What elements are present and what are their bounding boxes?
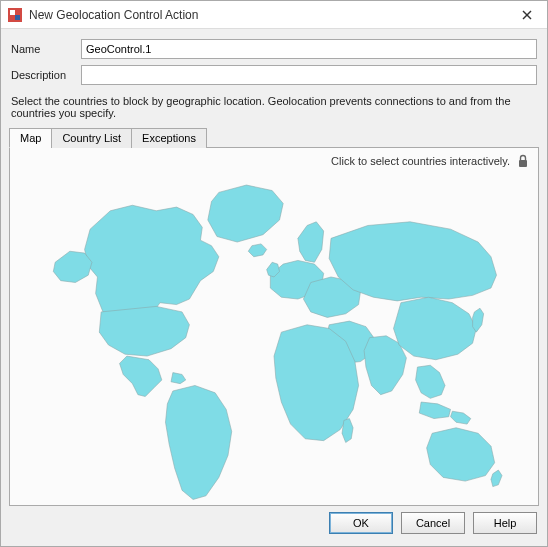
help-button[interactable]: Help xyxy=(473,512,537,534)
tab-exceptions[interactable]: Exceptions xyxy=(131,128,207,148)
tabbar: Map Country List Exceptions xyxy=(9,128,539,148)
description-input[interactable] xyxy=(81,65,537,85)
svg-rect-5 xyxy=(519,160,527,167)
name-row: Name xyxy=(11,39,537,59)
form-area: Name Description xyxy=(1,29,547,95)
tab-content-map: Click to select countries interactively. xyxy=(9,147,539,506)
dialog-window: New Geolocation Control Action Name Desc… xyxy=(0,0,548,547)
tab-map[interactable]: Map xyxy=(9,128,52,148)
svg-rect-2 xyxy=(15,15,20,20)
close-button[interactable] xyxy=(513,5,541,25)
name-label: Name xyxy=(11,43,81,55)
tabs-container: Map Country List Exceptions Click to sel… xyxy=(1,127,547,506)
window-title: New Geolocation Control Action xyxy=(29,8,513,22)
tab-country-list[interactable]: Country List xyxy=(51,128,132,148)
app-icon xyxy=(7,7,23,23)
name-input[interactable] xyxy=(81,39,537,59)
lock-icon xyxy=(516,154,530,168)
description-label: Description xyxy=(11,69,81,81)
titlebar: New Geolocation Control Action xyxy=(1,1,547,29)
cancel-button[interactable]: Cancel xyxy=(401,512,465,534)
instruction-text: Select the countries to block by geograp… xyxy=(1,95,547,127)
world-map[interactable] xyxy=(10,174,538,505)
svg-rect-1 xyxy=(10,10,15,15)
map-hint-bar: Click to select countries interactively. xyxy=(10,148,538,174)
ok-button[interactable]: OK xyxy=(329,512,393,534)
map-hint-text: Click to select countries interactively. xyxy=(331,155,510,167)
description-row: Description xyxy=(11,65,537,85)
dialog-footer: OK Cancel Help xyxy=(1,506,547,546)
